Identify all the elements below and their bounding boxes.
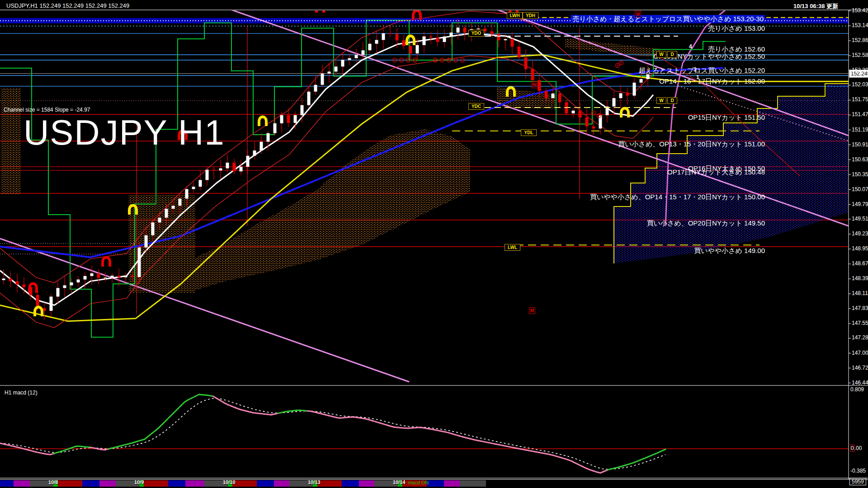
candle-bull — [572, 111, 575, 113]
candle-bull — [50, 296, 53, 310]
candle-bear — [409, 46, 412, 53]
candle-bull — [185, 189, 189, 198]
candle-bull — [640, 79, 643, 83]
candle-bear — [524, 57, 528, 69]
candle-bull — [165, 209, 168, 218]
level-tag-lwl[interactable]: LWL — [505, 244, 520, 251]
date-label[interactable]: 10/14 — [393, 479, 406, 485]
macd-on-label[interactable]: macd ON — [408, 480, 429, 485]
candle-bull — [70, 282, 73, 285]
monthly-tag: M — [532, 81, 538, 88]
candle-bull — [341, 60, 344, 66]
session-segment — [0, 480, 14, 487]
candle-bull — [172, 206, 175, 209]
candle-bear — [287, 115, 290, 123]
candle-bull — [84, 276, 87, 280]
candle-bull — [90, 273, 94, 276]
session-segment — [14, 480, 30, 487]
candle-bull — [307, 92, 311, 105]
macd-indicator-label: H1 macd (12) — [5, 389, 38, 396]
candle-bull — [348, 58, 351, 60]
price-tick-label: 152.030 — [852, 81, 868, 88]
candle-bull — [504, 39, 507, 40]
candle-bear — [558, 94, 561, 102]
session-segment — [342, 480, 359, 487]
candle-bull — [151, 222, 155, 235]
candle-bear — [118, 276, 121, 277]
level-tag-ydo[interactable]: YDO — [468, 30, 484, 37]
candle-bull — [63, 285, 66, 288]
candle-bull — [138, 248, 141, 277]
candle-bull — [552, 94, 555, 98]
level-tag-w[interactable]: W — [656, 51, 666, 58]
candle-bull — [613, 98, 616, 107]
price-tick-label: 148.955 — [852, 245, 868, 252]
session-segment — [444, 480, 460, 487]
session-segment — [427, 480, 444, 487]
price-tick-label: 147.280 — [852, 334, 868, 341]
date-label[interactable]: 10/13 — [308, 479, 321, 485]
candle-bull — [260, 142, 263, 150]
candle-bear — [23, 285, 26, 287]
price-tick-label: 146.440 — [852, 380, 868, 386]
price-tick-label: 149.515 — [852, 216, 868, 222]
candle-bull — [274, 123, 277, 133]
candle-bull — [328, 71, 331, 73]
candle-bear — [538, 80, 541, 91]
candle-bull — [443, 37, 446, 42]
candle-bear — [592, 127, 595, 129]
level-tag-d[interactable]: D — [667, 97, 677, 104]
price-tick-label: 151.750 — [852, 96, 868, 103]
candle-bull — [382, 33, 385, 40]
session-segment — [232, 480, 257, 487]
price-tick-label: 146.720 — [852, 365, 868, 371]
candle-bull — [104, 277, 107, 278]
price-tick-label: 150.630 — [852, 156, 868, 163]
candle-bear — [497, 34, 500, 40]
annotation-label: OP14・16・17日NYカット 152.00 — [659, 77, 765, 86]
level-tag-ydl[interactable]: YDL — [521, 129, 537, 136]
macd-zero-first: 0 — [850, 445, 854, 452]
candle-bull — [124, 276, 127, 277]
candle-bull — [314, 85, 317, 92]
price-tick-label: 150.350 — [852, 171, 868, 178]
symbol-ohlc-line: USDJPY,H1 152.249 152.249 152.249 152.24… — [6, 2, 129, 9]
price-tick-label: 150.910 — [852, 141, 868, 148]
session-segment — [359, 480, 374, 487]
candle-bull — [362, 50, 365, 55]
session-segment — [99, 480, 116, 487]
session-segment — [82, 480, 99, 487]
date-label[interactable]: 10/10 — [223, 479, 236, 485]
price-tick-label: 153.425 — [852, 7, 868, 14]
level-tag-w[interactable]: W — [656, 97, 666, 104]
level-tag-ydc[interactable]: YDC — [468, 103, 484, 110]
candle-bull — [335, 66, 338, 71]
annotation-label: 超えるとストップロス買い小さめ 152.20 — [639, 66, 765, 75]
candle-bull — [199, 180, 202, 187]
candle-bear — [511, 39, 514, 47]
candle-bull — [192, 187, 195, 189]
session-segment — [58, 480, 82, 487]
candle-bear — [131, 276, 134, 277]
monthly-tag: M — [635, 11, 641, 18]
level-tag-d[interactable]: D — [667, 51, 677, 58]
price-tick-label: 147.555 — [852, 320, 868, 326]
candle-bear — [518, 47, 521, 57]
candle-bull — [477, 28, 480, 29]
level-tag-lwh[interactable]: LWH — [507, 12, 523, 19]
date-label[interactable]: 10/9 — [134, 479, 144, 485]
candle-bear — [585, 117, 589, 126]
candle-bull — [240, 167, 243, 171]
price-tick-label: 150.070 — [852, 186, 868, 192]
level-tag-ydh[interactable]: YDH — [523, 12, 538, 19]
candle-bull — [368, 44, 372, 50]
candle-bull — [450, 33, 453, 37]
price-tick-label: 153.145 — [852, 22, 868, 28]
candle-bull — [423, 37, 426, 45]
candle-bear — [233, 163, 236, 171]
candle-bull — [253, 150, 256, 156]
date-label[interactable]: 10/8 — [48, 479, 58, 485]
session-segment — [185, 480, 204, 487]
macd-zero-label: 0.00 — [850, 445, 862, 451]
candle-bear — [97, 273, 100, 278]
